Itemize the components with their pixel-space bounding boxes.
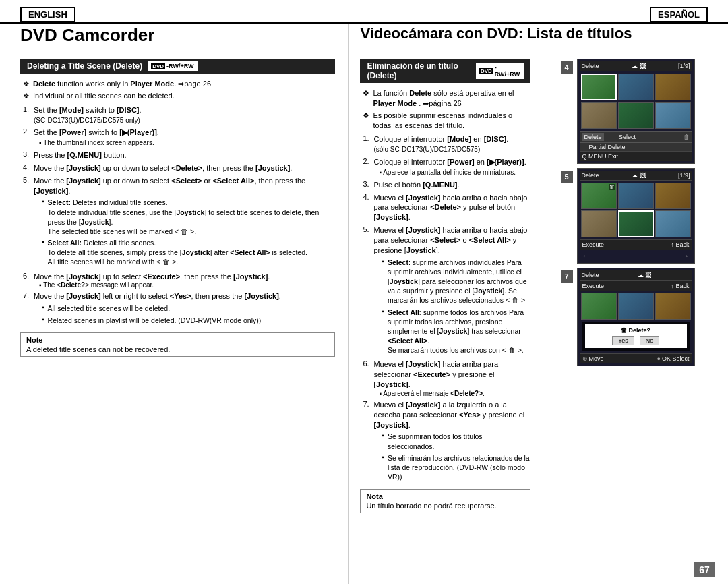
steps-right: 1. Coloque el interruptor [Mode] en [DIS… xyxy=(360,134,530,484)
screen5-grid: 🗑 xyxy=(580,181,692,240)
move-nav: ⊕ Move xyxy=(582,355,604,362)
screen-5-wrapper: 5 Delete ☁ 🖼 [1/9] 🗑 xyxy=(561,168,695,264)
step-7: 7. Move the [Joystick] left or right to … xyxy=(23,291,335,326)
step-r2: 2. Coloque el interruptor [Power] en [▶(… xyxy=(363,157,530,177)
note-text: A deleted title scenes can not be recove… xyxy=(26,345,329,353)
execute-btn: Execute xyxy=(582,241,605,248)
sub-bullets-7: ▪ All selected title scenes will be dele… xyxy=(42,303,281,324)
screen7-execute-bar: Execute ↑ Back xyxy=(580,281,692,291)
bullets-left: ❖ Delete function works only in Player M… xyxy=(20,79,335,101)
nota-box: Nota Un título borrado no podrá recupera… xyxy=(360,489,530,513)
thumb-7-2 xyxy=(618,293,654,320)
bullet-item: ❖ Delete function works only in Player M… xyxy=(20,79,335,89)
screen5-counter: [1/9] xyxy=(678,172,690,179)
thumb-6 xyxy=(655,102,691,129)
step-2: 2. Set the [Power] switch to [▶(Player)]… xyxy=(23,127,335,148)
screen-5: Delete ☁ 🖼 [1/9] 🗑 xyxy=(577,168,695,264)
ok-icon: ● xyxy=(657,355,661,362)
screen7-title: Delete xyxy=(582,272,599,279)
screen4-icons: ☁ 🖼 xyxy=(632,63,646,69)
screen4-footer-left: Q.MENU Exit xyxy=(582,153,619,160)
screens-container: 4 Delete ☁ 🖼 [1/9] xyxy=(561,59,695,366)
thumb-4 xyxy=(581,102,617,129)
note-title: Note xyxy=(26,336,329,344)
menu-delete: Delete xyxy=(582,133,604,141)
thumb-s3 xyxy=(655,183,691,210)
screen5-execute-bar: Execute ↑ Back xyxy=(580,239,692,250)
step-4: 4. Move the [Joystick] up or down to sel… xyxy=(23,163,335,173)
screen4-title: Delete xyxy=(582,63,599,69)
no-button[interactable]: No xyxy=(640,336,660,345)
dialog-buttons: Yes No xyxy=(590,336,681,345)
main-title-left: DVD Camcorder xyxy=(20,25,335,46)
step-r6: 6. Mueva el [Joystick] hacia arriba para… xyxy=(363,359,530,397)
english-label: ENGLISH xyxy=(20,7,75,22)
thumb-s6 xyxy=(655,210,691,237)
left-column: Deleting a Title Scene (Delete) DVD -RW/… xyxy=(0,53,349,584)
bullet-diamond: ❖ xyxy=(23,80,30,88)
move-label: Move xyxy=(589,355,604,362)
dvd-badge-right: DVD -RW/+RW xyxy=(476,63,524,79)
note-box: Note A deleted title scenes can not be r… xyxy=(20,332,335,357)
step-r1: 1. Coloque el interruptor [Mode] en [DIS… xyxy=(363,134,530,154)
right-bottom: Eliminación de un título (Delete) DVD -R… xyxy=(360,59,715,579)
partial-delete: Partial Delete xyxy=(582,144,690,150)
step-r4: 4. Mueva el [Joystick] hacia arriba o ha… xyxy=(363,193,530,223)
back-btn: ↑ Back xyxy=(671,241,690,248)
yes-button[interactable]: Yes xyxy=(612,336,634,345)
nota-title: Nota xyxy=(366,492,524,500)
step-1: 1. Set the [Mode] switch to [DISC].(SC-D… xyxy=(23,105,335,125)
main-content: Deleting a Title Scene (Delete) DVD -RW/… xyxy=(0,53,728,584)
left-arrow-icon: ← xyxy=(582,252,590,260)
step-r5: 5. Mueva el [Joystick] hacia arriba o ha… xyxy=(363,225,530,357)
delete-mark-1: 🗑 xyxy=(609,184,615,190)
step-num-4: 4 xyxy=(561,61,573,74)
thumb-2 xyxy=(618,74,654,100)
espanol-label: ESPAÑOL xyxy=(650,7,708,22)
right-text: Eliminación de un título (Delete) DVD -R… xyxy=(360,59,537,579)
nota-text: Un título borrado no podrá recuperarse. xyxy=(366,502,524,510)
dialog-box: 🗑 Delete? Yes No xyxy=(585,324,687,348)
screen-area: 4 Delete ☁ 🖼 [1/9] xyxy=(537,59,715,579)
step-r3: 3. Pulse el botón [Q.MENU]. xyxy=(363,180,530,190)
back-btn-7: ↑ Back xyxy=(671,283,690,289)
right-column: Eliminación de un título (Delete) DVD -R… xyxy=(349,53,728,584)
steps-left: 1. Set the [Mode] switch to [DISC].(SC-D… xyxy=(20,105,335,327)
step-r7: 7. Mueva el [Joystick] a la izquierda o … xyxy=(363,400,530,484)
main-title-right: Videocámara con DVD: Lista de títulos xyxy=(360,25,715,42)
ok-select-nav: ● OK Select xyxy=(657,355,690,362)
move-arrows-icon: ⊕ xyxy=(582,355,588,362)
thumb-5 xyxy=(618,102,654,129)
step-5: 5. Move the [Joystick] up or down to sel… xyxy=(23,176,335,269)
section-title-right: Eliminación de un título (Delete) DVD -R… xyxy=(360,59,530,83)
screen-4-wrapper: 4 Delete ☁ 🖼 [1/9] xyxy=(561,59,695,164)
screen-7-wrapper: 7 Delete ☁ 🖼 Execute ↑ Back xyxy=(561,268,695,366)
screen7-icons: ☁ 🖼 xyxy=(638,272,652,279)
step-num-7: 7 xyxy=(561,270,573,283)
screen7-grid xyxy=(580,291,692,322)
thumb-s5 xyxy=(618,210,654,237)
bullet-item-r1: ❖ La función Delete sólo está operativa … xyxy=(360,88,530,109)
screen4-footer: Q.MENU Exit xyxy=(580,151,692,161)
screen5-title: Delete xyxy=(582,172,599,179)
thumb-s2 xyxy=(618,183,654,210)
bullet-item: ❖ Individual or all title scenes can be … xyxy=(20,91,335,101)
thumb-s4 xyxy=(581,210,617,237)
page-number: 67 xyxy=(694,562,715,577)
bullet-item-r2: ❖ Es posible suprimir escenas individual… xyxy=(360,111,530,131)
thumb-1 xyxy=(581,74,617,100)
right-arrow-icon: → xyxy=(682,252,690,260)
thumb-7-3 xyxy=(655,293,691,320)
menu-select: Select xyxy=(619,134,636,140)
step-6: 6. Move the [Joystick] up to select <Exe… xyxy=(23,272,335,289)
screen-7: Delete ☁ 🖼 Execute ↑ Back xyxy=(577,268,695,366)
sub-bullets-5: ▪ Select: Deletes individual title scene… xyxy=(42,198,335,266)
dvd-badge-left: DVD -RW/+RW xyxy=(148,61,198,71)
delete-dialog: 🗑 Delete? Yes No xyxy=(582,322,690,351)
header: ENGLISH ESPAÑOL xyxy=(0,0,728,24)
thumb-7-1 xyxy=(581,293,617,320)
page: ENGLISH ESPAÑOL DVD Camcorder Videocámar… xyxy=(0,0,728,584)
bottom-nav: ⊕ Move ● OK Select xyxy=(580,353,692,363)
trash-icon: 🗑 xyxy=(684,134,690,140)
step-3: 3. Press the [Q.MENU] button. xyxy=(23,150,335,160)
